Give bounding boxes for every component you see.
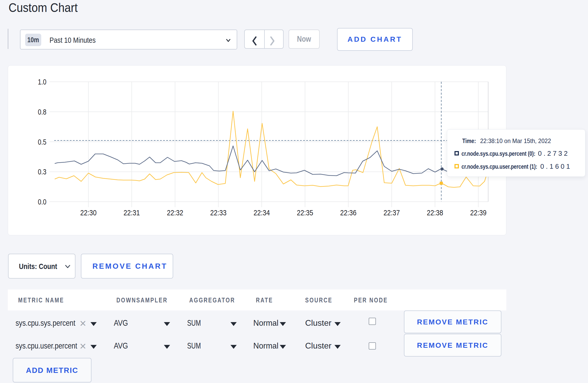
svg-text:1.0: 1.0 [38,78,46,86]
svg-text:22:35: 22:35 [297,208,313,217]
svg-text:22:33: 22:33 [210,208,227,217]
svg-text:22:32: 22:32 [167,208,183,217]
svg-text:0.0: 0.0 [38,198,46,206]
svg-text:22:34: 22:34 [254,208,270,217]
svg-text:22:37: 22:37 [383,208,400,217]
svg-text:0.5: 0.5 [38,138,46,146]
svg-text:0.3: 0.3 [38,168,46,176]
svg-text:22:31: 22:31 [124,208,140,217]
svg-text:22:39: 22:39 [470,208,486,217]
svg-text:0.8: 0.8 [38,108,46,116]
svg-text:22:38: 22:38 [427,208,443,217]
svg-text:22:36: 22:36 [340,208,356,217]
svg-text:22:30: 22:30 [80,208,97,217]
